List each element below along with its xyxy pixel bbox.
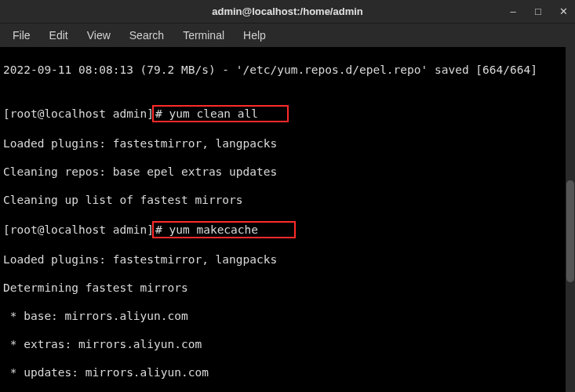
output-line: * extras: mirrors.aliyun.com [3, 337, 572, 351]
output-line: Loaded plugins: fastestmirror, langpacks [3, 136, 572, 151]
output-line: Determining fastest mirrors [3, 281, 572, 295]
output-line: * updates: mirrors.aliyun.com [3, 365, 572, 379]
menu-search[interactable]: Search [122, 27, 172, 44]
terminal-area[interactable]: 2022-09-11 08:08:13 (79.2 MB/s) - '/etc/… [0, 47, 575, 392]
menu-view[interactable]: View [79, 27, 118, 44]
maximize-icon[interactable]: □ [533, 6, 544, 17]
close-icon[interactable]: ✕ [558, 6, 569, 17]
menu-terminal[interactable]: Terminal [175, 27, 232, 44]
menubar: File Edit View Search Terminal Help [0, 24, 575, 47]
window-title: admin@localhost:/home/admin [212, 5, 363, 17]
prompt: [root@localhost admin] [3, 223, 154, 236]
scrollbar-track[interactable] [566, 47, 575, 392]
output-line: Loaded plugins: fastestmirror, langpacks [3, 252, 572, 267]
scrollbar-thumb[interactable] [566, 180, 574, 282]
menu-edit[interactable]: Edit [42, 27, 76, 44]
command-highlight: # yum makecache [152, 221, 296, 238]
command-highlight: # yum clean all [152, 105, 289, 122]
titlebar: admin@localhost:/home/admin – □ ✕ [0, 0, 575, 24]
prompt-line: [root@localhost admin]# yum makecache [3, 221, 572, 238]
output-line: 2022-09-11 08:08:13 (79.2 MB/s) - '/etc/… [3, 63, 572, 77]
output-line: Cleaning repos: base epel extras updates [3, 165, 572, 179]
menu-help[interactable]: Help [235, 27, 274, 44]
output-line: Cleaning up list of fastest mirrors [3, 193, 572, 207]
window-controls: – □ ✕ [508, 6, 569, 17]
prompt: [root@localhost admin] [3, 107, 154, 120]
minimize-icon[interactable]: – [508, 6, 519, 17]
menu-file[interactable]: File [5, 27, 38, 44]
prompt-line: [root@localhost admin]# yum clean all [3, 105, 572, 122]
output-line: * base: mirrors.aliyun.com [3, 309, 572, 323]
